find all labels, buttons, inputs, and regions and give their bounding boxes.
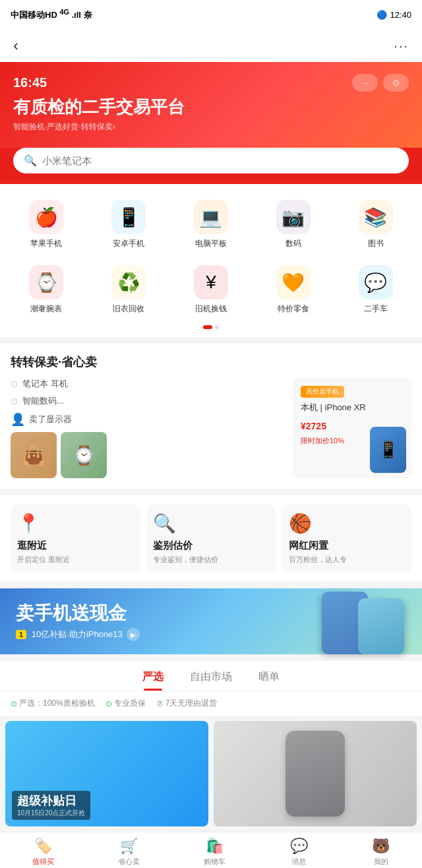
bottom-nav-messages[interactable]: 💬 消息 (282, 838, 316, 867)
hero-time: 16:45 (13, 75, 409, 90)
category-icon-pc: 💻 (194, 200, 228, 234)
category-label-car: 二手车 (364, 303, 388, 315)
sell-model: 本机 | iPhone XR (301, 402, 404, 414)
sell-tag: 高价卖手机 (301, 386, 344, 398)
quality-item-3: ⑦ 7天无理由退货 (156, 698, 218, 709)
category-emoji-digital: 📷 (282, 206, 305, 228)
category-item-food[interactable]: 🧡 特价零食 (252, 260, 334, 320)
tab-show[interactable]: 晒单 (258, 670, 280, 691)
hero-subtitle: 智能验机·严选好货·转转保卖› (13, 121, 409, 133)
nav-icon-cart: 🛍️ (206, 838, 224, 855)
nav-label-sell: 省心卖 (118, 857, 140, 867)
nav-label-deals: 值得买 (32, 857, 54, 867)
bottom-nav-profile[interactable]: 🐻 我的 (364, 838, 398, 867)
category-label-books: 图书 (368, 238, 384, 249)
category-emoji-watch: ⌚ (35, 272, 58, 294)
promo-play-button[interactable]: ▶ (127, 628, 140, 641)
quality-item-1: ⊙ 严选：100%质检验机 (11, 698, 95, 709)
feature-card-nearby[interactable]: 📍 逛附近 开启定位 逛附近 (11, 505, 140, 573)
feature-icon-nearby: 📍 (17, 512, 40, 534)
product-card-super-day[interactable]: 超级补贴日 10月15日20点正式开抢 (5, 721, 208, 826)
feature-title-identify: 鉴别估价 (153, 540, 193, 552)
category-item-phone-cash[interactable]: ¥ 旧机换钱 (170, 260, 253, 320)
sell-title: 转转保卖·省心卖 (11, 354, 411, 370)
category-emoji-android: 📱 (117, 206, 140, 228)
category-icon-food: 🧡 (276, 265, 311, 299)
feature-card-identify[interactable]: 🔍 鉴别估价 专业鉴别，便捷估价 (146, 505, 276, 573)
super-day-badge: 超级补贴日 10月15日20点正式开抢 (12, 791, 90, 820)
promo-sub-label: 10亿补贴·助力iPhone13 (32, 629, 123, 639)
category-item-android[interactable]: 📱 安卓手机 (88, 195, 170, 255)
dot-1 (203, 325, 212, 329)
tabs-section: 严选自由市场晒单 ⊙ 严选：100%质检验机 ⊙ 专业质保 ⑦ 7天无理由退货 (0, 661, 422, 716)
time: 12:40 (390, 10, 411, 20)
category-item-books[interactable]: 📚 图书 (334, 195, 417, 255)
hero-title: 有质检的二手交易平台 (13, 96, 409, 119)
bottom-nav-sell[interactable]: 🛒 省心卖 (110, 838, 148, 867)
category-emoji-pc: 💻 (199, 206, 222, 228)
bottom-nav: 🏷️ 值得买 🛒 省心卖 🛍️ 购物车 💬 消息 🐻 我的 (0, 832, 422, 868)
search-input[interactable] (42, 155, 398, 166)
product-thumb-1: 👜 (11, 432, 57, 478)
user-avatar: 👤 (11, 412, 25, 427)
quality-item-2: ⊙ 专业质保 (106, 698, 146, 709)
bottom-nav-cart[interactable]: 🛍️ 购物车 (196, 838, 233, 867)
category-label-recycle: 旧衣回收 (113, 303, 144, 315)
tab-strict[interactable]: 严选 (142, 670, 164, 691)
category-label-watch: 潮奢腕表 (30, 303, 62, 315)
category-item-car[interactable]: 💬 二手车 (334, 260, 417, 320)
promo-badge: 1 (16, 630, 26, 639)
category-item-digital[interactable]: 📷 数码 (252, 195, 334, 255)
product-card-iphone[interactable] (214, 721, 417, 826)
category-icon-car: 💬 (359, 265, 393, 299)
feature-icon-identify: 🔍 (153, 512, 176, 534)
category-label-pc: 电脑平板 (195, 238, 227, 249)
nav-icon-sell: 🛒 (120, 838, 138, 855)
more-button[interactable]: ··· (394, 38, 409, 53)
category-icon-digital: 📷 (276, 200, 311, 234)
feature-desc-identify: 专业鉴别，便捷估价 (153, 555, 218, 565)
promo-banner[interactable]: 卖手机送现金 1 10亿补贴·助力iPhone13 ▶ (0, 588, 422, 654)
category-item-pc[interactable]: 💻 电脑平板 (170, 195, 253, 255)
feature-icon-influencer: 🏀 (289, 512, 312, 534)
bluetooth-icon: 🔵 (377, 10, 387, 20)
carrier-signal: 中国移动HD 4G .ıll 奈 (11, 8, 92, 21)
iphone-image (214, 721, 417, 826)
nav-bar: ‹ ··· (0, 29, 422, 62)
category-emoji-recycle: ♻️ (117, 272, 140, 294)
super-day-image: 超级补贴日 10月15日20点正式开抢 (5, 721, 208, 826)
tab-free[interactable]: 自由市场 (190, 670, 232, 691)
quality-icon-2: ⊙ (106, 699, 112, 708)
status-right: 🔵 12:40 (377, 10, 411, 20)
category-icon-recycle: ♻️ (111, 265, 146, 299)
search-bar[interactable]: 🔍 (13, 148, 409, 173)
quality-bar: ⊙ 严选：100%质检验机 ⊙ 专业质保 ⑦ 7天无理由退货 (0, 691, 422, 716)
bottom-nav-deals[interactable]: 🏷️ 值得买 (24, 838, 62, 867)
nav-label-cart: 购物车 (204, 857, 226, 867)
sell-images: 👜 ⌚ (11, 432, 285, 478)
sell-item-text-3: 卖了显示器 (29, 414, 72, 425)
promo-phone-2 (358, 598, 404, 654)
category-item-recycle[interactable]: ♻️ 旧衣回收 (88, 260, 170, 320)
category-item-apple[interactable]: 🍎 苹果手机 (5, 195, 88, 255)
sell-item-3: 👤 卖了显示器 (11, 412, 285, 427)
feature-desc-influencer: 百万粉丝，达人专 (289, 555, 347, 565)
category-section: 🍎 苹果手机 📱 安卓手机 💻 电脑平板 📷 数码 📚 图书 (0, 184, 422, 337)
category-grid: 🍎 苹果手机 📱 安卓手机 💻 电脑平板 📷 数码 📚 图书 (0, 195, 422, 320)
feature-card-influencer[interactable]: 🏀 网红闲置 百万粉丝，达人专 (282, 505, 411, 573)
sell-right[interactable]: 高价卖手机 本机 | iPhone XR ¥2725 限时加价10% 📱 (293, 378, 411, 478)
iphone-device (286, 731, 345, 817)
category-item-watch[interactable]: ⌚ 潮奢腕表 (5, 260, 88, 320)
category-label-android: 安卓手机 (113, 238, 144, 249)
category-emoji-apple: 🍎 (35, 206, 58, 228)
check-icon-1: ⊙ (11, 379, 18, 389)
product-thumb-2: ⌚ (61, 432, 107, 478)
nav-icon-messages: 💬 (290, 838, 308, 855)
hero-btn-2[interactable]: ⊙ (383, 74, 409, 92)
dot-2 (215, 325, 219, 329)
back-button[interactable]: ‹ (13, 36, 18, 55)
search-icon: 🔍 (24, 154, 37, 167)
tabs-header: 严选自由市场晒单 (0, 661, 422, 691)
hero-btn-1[interactable]: ··· (352, 74, 378, 92)
super-day-title: 超级补贴日 (17, 793, 85, 809)
